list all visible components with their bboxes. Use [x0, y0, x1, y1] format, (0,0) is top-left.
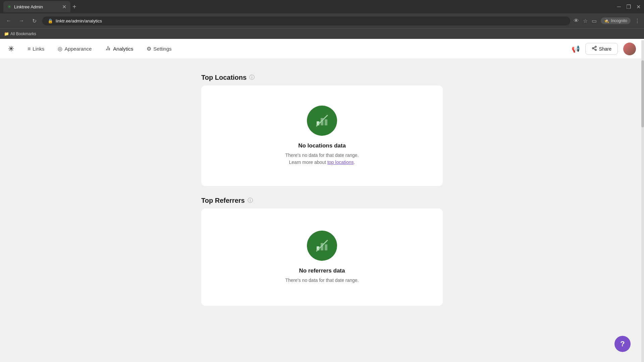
nav-right-actions: 📢 Share — [572, 43, 636, 55]
browser-titlebar: ✳ Linktree Admin ✕ + ─ ❐ ✕ — [0, 0, 644, 13]
window-controls: ─ ❐ ✕ — [617, 4, 641, 10]
top-locations-period: . — [354, 160, 355, 165]
tab-close-icon[interactable]: ✕ — [62, 4, 66, 10]
top-referrers-header: Top Referrers ⓘ — [201, 197, 443, 204]
top-locations-section: Top Locations ⓘ No locations data There'… — [201, 74, 443, 186]
top-referrers-info-icon[interactable]: ⓘ — [248, 197, 253, 204]
restore-icon[interactable]: ❐ — [626, 4, 631, 10]
nav-links[interactable]: ≡ Links — [22, 43, 50, 55]
top-locations-link-prefix: Learn more about — [289, 160, 327, 165]
svg-line-7 — [593, 47, 595, 48]
top-referrers-card: No referrers data There's no data for th… — [201, 208, 443, 306]
share-icon — [592, 46, 597, 52]
svg-point-3 — [595, 46, 596, 47]
top-locations-no-data-title: No locations data — [298, 142, 346, 149]
top-referrers-section: Top Referrers ⓘ No referrers data There'… — [201, 197, 443, 306]
url-text: linktr.ee/admin/analytics — [56, 18, 102, 23]
analytics-nav-icon — [105, 45, 111, 53]
nav-settings[interactable]: ⚙ Settings — [141, 43, 177, 55]
minimize-icon[interactable]: ─ — [617, 4, 621, 10]
svg-point-5 — [595, 49, 596, 51]
incognito-label: Incognito — [611, 18, 627, 23]
toolbar-actions: 👁 ☆ ▭ 🕵 Incognito ⋮ — [574, 17, 640, 24]
lock-icon: 🔒 — [48, 18, 53, 23]
bar-chart-slash-icon — [315, 113, 329, 128]
top-locations-learn-more-link[interactable]: top locations — [327, 160, 354, 165]
all-bookmarks[interactable]: 📁 All Bookmarks — [4, 32, 36, 36]
svg-rect-14 — [325, 244, 327, 250]
top-referrers-desc-text: There's no data for that date range. — [285, 278, 359, 283]
main-content: Top Locations ⓘ No locations data There'… — [201, 67, 443, 323]
svg-rect-10 — [325, 119, 327, 125]
extensions-icon[interactable]: ▭ — [592, 18, 597, 24]
appearance-nav-icon: ◎ — [58, 46, 62, 52]
scrollbar[interactable] — [641, 40, 644, 362]
share-button[interactable]: Share — [585, 43, 618, 55]
top-locations-no-data-desc: There's no data for that date range. Lea… — [285, 152, 359, 166]
bookmarks-label: All Bookmarks — [10, 32, 36, 36]
nav-appearance[interactable]: ◎ Appearance — [52, 43, 97, 55]
incognito-badge: 🕵 Incognito — [601, 17, 631, 24]
top-locations-info-icon[interactable]: ⓘ — [249, 74, 255, 81]
more-options-icon[interactable]: ⋮ — [635, 18, 640, 24]
new-tab-icon[interactable]: + — [72, 3, 76, 11]
settings-nav-label: Settings — [153, 46, 171, 52]
links-nav-label: Links — [33, 46, 44, 52]
top-referrers-no-data-title: No referrers data — [299, 267, 345, 274]
linktree-logo[interactable]: ✳ — [8, 45, 14, 53]
close-window-icon[interactable]: ✕ — [636, 4, 641, 10]
top-locations-desc-text: There's no data for that date range. — [285, 153, 359, 158]
svg-line-6 — [593, 49, 595, 50]
top-referrers-title: Top Referrers — [201, 197, 245, 204]
forward-button[interactable]: → — [17, 16, 26, 25]
top-locations-title: Top Locations — [201, 74, 247, 81]
browser-tab[interactable]: ✳ Linktree Admin ✕ — [3, 1, 70, 12]
settings-nav-icon: ⚙ — [147, 46, 151, 52]
reload-button[interactable]: ↻ — [30, 16, 39, 25]
analytics-nav-label: Analytics — [113, 46, 133, 52]
links-nav-icon: ≡ — [28, 46, 31, 52]
address-bar[interactable]: 🔒 linktr.ee/admin/analytics — [42, 16, 570, 25]
share-button-label: Share — [599, 46, 611, 52]
help-button[interactable]: ? — [614, 336, 631, 352]
star-icon[interactable]: ☆ — [583, 18, 588, 24]
appearance-nav-label: Appearance — [64, 46, 92, 52]
scrollbar-thumb[interactable] — [641, 60, 644, 127]
notification-icon[interactable]: 📢 — [572, 45, 580, 53]
tab-favicon-icon: ✳ — [7, 4, 11, 9]
browser-toolbar: ← → ↻ 🔒 linktr.ee/admin/analytics 👁 ☆ ▭ … — [0, 13, 644, 28]
incognito-icon: 🕵 — [604, 18, 609, 23]
bar-chart-slash-icon-2 — [315, 238, 329, 253]
user-avatar[interactable] — [623, 43, 636, 55]
top-locations-header: Top Locations ⓘ — [201, 74, 443, 81]
top-referrers-no-data-desc: There's no data for that date range. — [285, 277, 359, 284]
bookmarks-bar: 📁 All Bookmarks — [0, 28, 644, 39]
nav-analytics[interactable]: Analytics — [100, 43, 139, 55]
bookmarks-folder-icon: 📁 — [4, 32, 9, 36]
top-referrers-empty-icon-bg — [307, 231, 337, 261]
eye-slash-icon[interactable]: 👁 — [574, 18, 579, 24]
svg-point-4 — [592, 48, 594, 49]
top-locations-card: No locations data There's no data for th… — [201, 85, 443, 186]
back-button[interactable]: ← — [4, 16, 13, 25]
tab-title: Linktree Admin — [14, 4, 43, 9]
app-navigation: ✳ ≡ Links ◎ Appearance Analytics ⚙ Setti… — [0, 39, 644, 59]
top-locations-empty-icon-bg — [307, 106, 337, 136]
